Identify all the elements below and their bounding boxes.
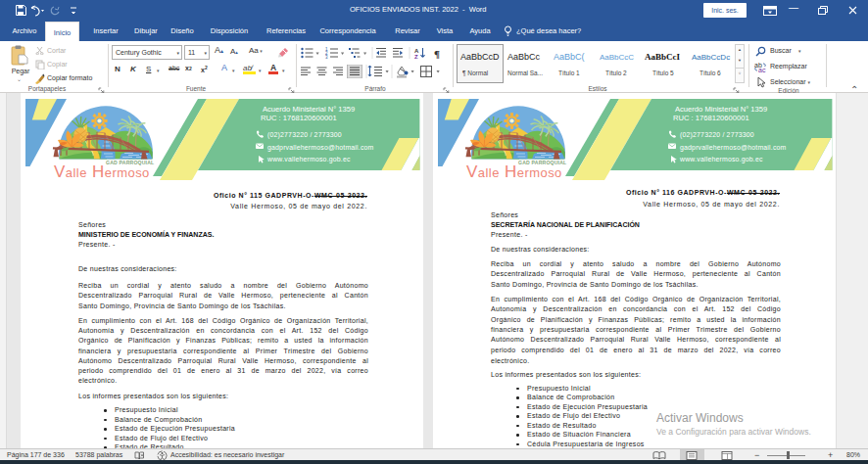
svg-text:3: 3	[325, 55, 328, 59]
svg-text:ac: ac	[758, 67, 766, 72]
svg-text:¶: ¶	[434, 48, 440, 60]
svg-text:A: A	[414, 48, 419, 54]
svg-text:Z: Z	[414, 54, 418, 59]
